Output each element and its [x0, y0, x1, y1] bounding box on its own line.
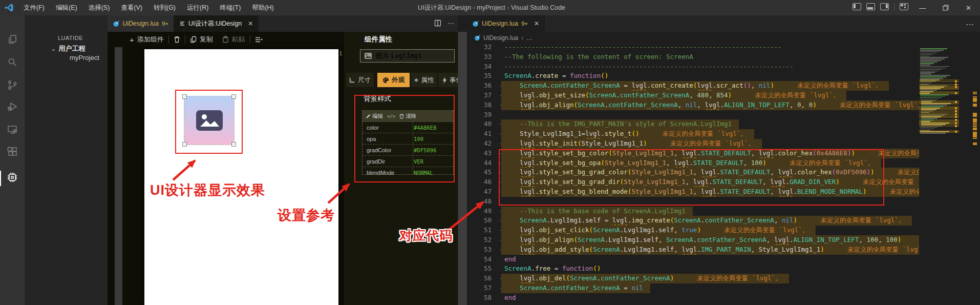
ruler-icon — [349, 77, 355, 83]
annotation-designer-label: UI设计器显示效果 — [150, 181, 265, 199]
line-number: 44 — [476, 158, 492, 168]
line-number: 48 — [476, 197, 492, 207]
tab-label: UiDesign.lua — [122, 20, 159, 27]
code-line-41[interactable]: 41→ Style_LvglImg1_1=lvgl.style_t() 未定义的… — [467, 129, 919, 139]
code-line-33[interactable]: 33--The following is the content of scre… — [467, 52, 919, 62]
code-line-54[interactable]: 54end — [467, 255, 919, 265]
code-line-53[interactable]: 53→ lvgl.obj_add_style(ScreenA.LvglImg1.… — [467, 245, 919, 255]
vscode-window: 文件(F)编辑(E)选择(S)查看(V)转到(G)运行(R)终端(T)帮助(H)… — [0, 0, 980, 305]
tab-uidesign-lua-code[interactable]: UiDesign.lua 9+ ✕ — [467, 15, 545, 32]
close-tab-icon[interactable]: ✕ — [248, 20, 253, 27]
more-actions-icon[interactable]: ⋯ — [448, 19, 454, 27]
layout-toggle-icons — [853, 3, 908, 10]
palette-icon — [382, 77, 389, 84]
copy-icon — [190, 36, 197, 43]
overview-ruler — [973, 46, 978, 292]
code-line-49[interactable]: 49→ --This is the base code of ScreenA.L… — [467, 207, 919, 216]
paste-button[interactable]: 粘贴 — [222, 35, 245, 44]
line-number: 35 — [476, 71, 492, 81]
designer-panel-scrollbar[interactable] — [458, 32, 467, 305]
source-control-icon[interactable] — [7, 79, 18, 91]
lua-file-icon — [474, 35, 480, 41]
tree-item-myproject[interactable]: myProject — [70, 54, 99, 62]
line-content: lvgl.obj_add_style(ScreenA.LvglImg1.self… — [501, 245, 919, 255]
title-bar: 文件(F)编辑(E)选择(S)查看(V)转到(G)运行(R)终端(T)帮助(H)… — [0, 0, 980, 15]
run-debug-icon[interactable] — [7, 101, 18, 112]
minimize-icon[interactable]: — — [911, 0, 934, 15]
line-number: 45 — [476, 168, 492, 177]
code-line-52[interactable]: 52→ lvgl.obj_align(ScreenA.LvglImg1.self… — [467, 235, 919, 245]
line-number: 34 — [476, 62, 492, 72]
line-content: lvgl.obj_del(ScreenA.contFather_ScreenA)… — [501, 274, 789, 283]
tab-uidesign-lua[interactable]: UiDesign.lua 9+ — [108, 15, 174, 32]
remote-explorer-icon[interactable] — [7, 124, 18, 135]
more-actions-icon[interactable]: ⋯ — [966, 19, 974, 29]
screen-artboard[interactable] — [144, 49, 338, 305]
code-line-42[interactable]: 42→ lvgl.style_init(Style_LvglImg1_1) 未定… — [467, 139, 919, 149]
tab-size[interactable]: 尺寸 — [346, 73, 374, 87]
close-icon[interactable]: ✕ — [957, 0, 980, 15]
code-line-39[interactable]: 39 — [467, 110, 919, 120]
tab-problem-badge: 9+ — [162, 21, 168, 27]
code-line-38[interactable]: 38→ lvgl.obj_align(ScreenA.contFather_Sc… — [467, 100, 919, 110]
line-number: 54 — [476, 255, 492, 265]
toggle-secondary-sidebar-icon[interactable] — [880, 3, 889, 10]
menu-item-3[interactable]: 查看(V) — [116, 2, 147, 14]
code-line-51[interactable]: 51→ lvgl.obj_set_click(ScreenA.LvglImg1.… — [467, 226, 919, 235]
search-icon[interactable] — [7, 56, 18, 68]
extensions-icon[interactable] — [7, 146, 18, 157]
tab-label: UI设计器:UiDesign — [188, 19, 242, 28]
window-controls: — ✕ — [911, 0, 980, 15]
menu-item-0[interactable]: 文件(F) — [18, 2, 50, 14]
customize-layout-icon[interactable] — [900, 3, 908, 10]
code-line-57[interactable]: 57→ ScreenA.contFather_ScreenA = nil — [467, 283, 919, 293]
designer-scrollbar[interactable] — [115, 47, 122, 305]
code-line-34[interactable]: 34--------------------------------------… — [467, 62, 919, 72]
line-content: --This is the base code of ScreenA.LvglI… — [501, 207, 693, 216]
restore-icon[interactable] — [934, 0, 957, 15]
code-line-50[interactable]: 50→ ScreenA.LvglImg1.self = lvgl.img_cre… — [467, 216, 919, 226]
menu-item-6[interactable]: 终端(T) — [215, 2, 246, 14]
list-options-icon[interactable] — [255, 36, 263, 43]
menu-item-2[interactable]: 选择(S) — [83, 2, 115, 14]
menu-item-1[interactable]: 编辑(E) — [51, 2, 82, 14]
line-content: Style_LvglImg1_1=lvgl.style_t() 未定义的全局变量… — [501, 129, 754, 139]
code-line-56[interactable]: 56→ lvgl.obj_del(ScreenA.contFather_Scre… — [467, 274, 919, 283]
minimap[interactable] — [919, 46, 960, 292]
widget-name: LvglImg1 — [391, 52, 422, 59]
code-line-55[interactable]: 55ScreenA.free = function() — [467, 264, 919, 274]
code-line-40[interactable]: 40→ --This is the IMG_PART_MAIN's style … — [467, 119, 919, 129]
toggle-panel-icon[interactable] — [866, 3, 875, 10]
line-content: ScreenA.contFather_ScreenA = nil — [501, 283, 650, 293]
activity-bar — [0, 15, 25, 305]
code-line-35[interactable]: 35ScreenA.create = function() — [467, 71, 919, 81]
code-line-36[interactable]: 36→ ScreenA.contFather_ScreenA = lvgl.co… — [467, 81, 919, 91]
split-editor-icon[interactable] — [434, 19, 441, 27]
menu-item-7[interactable]: 帮助(H) — [247, 2, 279, 14]
copy-button[interactable]: 复制 — [190, 35, 213, 44]
paste-icon — [222, 36, 229, 43]
menu-bar: 文件(F)编辑(E)选择(S)查看(V)转到(G)运行(R)终端(T)帮助(H) — [18, 0, 279, 15]
line-number: 55 — [476, 264, 492, 274]
menu-item-5[interactable]: 运行(R) — [182, 2, 214, 14]
code-line-58[interactable]: 58end — [467, 293, 919, 303]
code-line-37[interactable]: 37→ lvgl.obj_set_size(ScreenA.contFather… — [467, 91, 919, 100]
line-number: 33 — [476, 52, 492, 62]
breadcrumb[interactable]: UiDesign.lua›… — [467, 32, 980, 44]
tab-attributes[interactable]: ❖ 属性 — [411, 73, 437, 87]
selected-widget-box[interactable]: 图片 LvglImg1 — [360, 49, 455, 63]
line-content: --The following is the content of screen… — [504, 52, 693, 62]
delete-icon[interactable] — [174, 36, 180, 43]
luatide-chip-icon[interactable] — [7, 172, 18, 183]
menu-item-4[interactable]: 转到(G) — [148, 2, 181, 14]
tab-appearance[interactable]: 外观 — [377, 73, 410, 87]
add-widget-button[interactable]: +添加组件 — [130, 35, 164, 44]
line-content: ----------------------------------------… — [504, 62, 793, 72]
tab-ui-designer[interactable]: UI设计器:UiDesign ✕ — [174, 15, 259, 32]
toggle-sidebar-icon[interactable] — [853, 3, 861, 10]
explorer-icon[interactable] — [7, 34, 18, 45]
code-line-59[interactable]: 59 — [467, 303, 919, 305]
tree-item-user-project[interactable]: ⌄用户工程 — [51, 44, 85, 53]
line-number: 36 — [476, 81, 492, 91]
close-tab-icon[interactable]: ✕ — [534, 20, 539, 27]
